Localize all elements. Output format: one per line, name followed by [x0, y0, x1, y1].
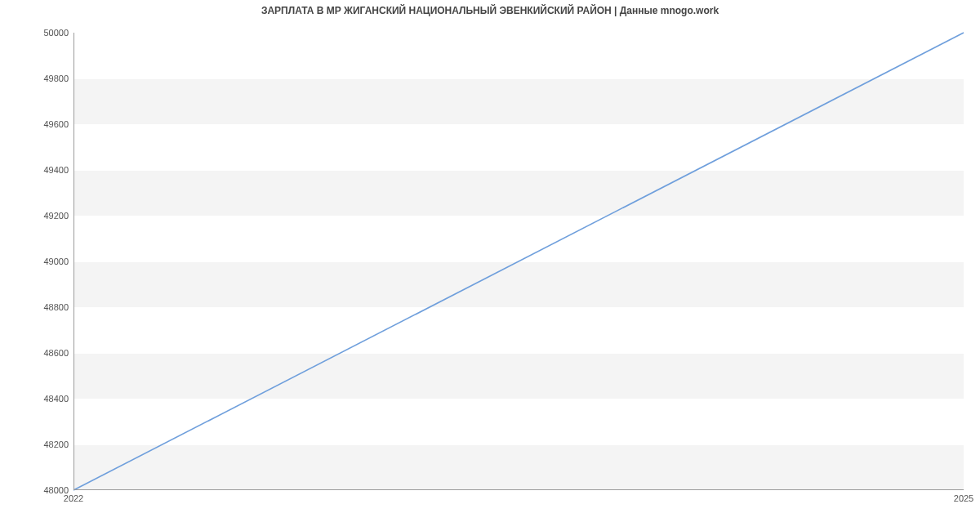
- y-tick-label: 49600: [20, 119, 69, 129]
- y-tick-label: 50000: [20, 28, 69, 38]
- chart-title: ЗАРПЛАТА В МР ЖИГАНСКИЙ НАЦИОНАЛЬНЫЙ ЭВЕ…: [0, 5, 980, 16]
- y-tick-label: 49200: [20, 211, 69, 221]
- y-tick-label: 48600: [20, 348, 69, 358]
- y-axis-line: [74, 33, 74, 490]
- plot-area: [74, 33, 964, 490]
- x-axis-line: [74, 489, 964, 490]
- x-tick-label: 2025: [954, 493, 973, 503]
- y-tick-label: 49800: [20, 74, 69, 83]
- data-line: [74, 33, 964, 490]
- chart-container: ЗАРПЛАТА В МР ЖИГАНСКИЙ НАЦИОНАЛЬНЫЙ ЭВЕ…: [0, 0, 980, 531]
- y-tick-label: 49400: [20, 165, 69, 175]
- x-tick-label: 2022: [64, 493, 83, 503]
- y-tick-label: 48400: [20, 394, 69, 404]
- chart-line-layer: [74, 33, 964, 490]
- y-tick-label: 49000: [20, 257, 69, 266]
- y-tick-label: 48200: [20, 440, 69, 449]
- y-tick-label: 48000: [20, 485, 69, 495]
- y-tick-label: 48800: [20, 302, 69, 312]
